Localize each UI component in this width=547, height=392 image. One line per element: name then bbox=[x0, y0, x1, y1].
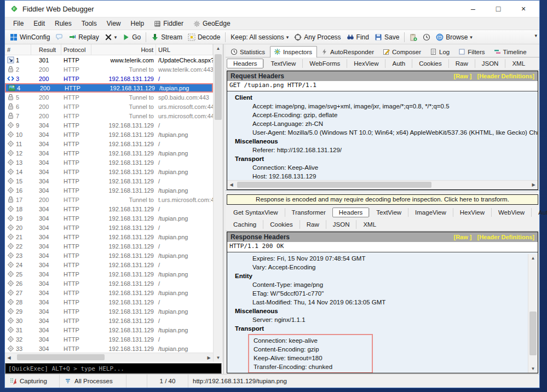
response-tab-caching[interactable]: Caching bbox=[227, 220, 263, 229]
response-tab-auth[interactable]: Auth bbox=[531, 208, 547, 217]
capturing-indicator[interactable]: Capturing bbox=[5, 374, 60, 388]
close-button[interactable]: × bbox=[511, 2, 536, 16]
menu-item-fiddler[interactable]: Fiddler bbox=[149, 19, 188, 28]
session-row-30[interactable]: 30304HTTP192.168.131.129/ bbox=[5, 316, 213, 325]
raw-link[interactable]: [Raw ] bbox=[453, 234, 471, 240]
any-process-button[interactable]: Any Process bbox=[291, 32, 343, 42]
tab-timeline[interactable]: Timeline bbox=[490, 46, 532, 57]
scroll-down-icon[interactable]: ▼ bbox=[214, 354, 223, 362]
menu-item-rules[interactable]: Rules bbox=[50, 19, 77, 28]
replay-button[interactable]: Replay bbox=[66, 32, 101, 42]
tab-composer[interactable]: Composer bbox=[379, 46, 426, 57]
scroll-right-icon[interactable]: ▶ bbox=[529, 182, 538, 187]
decode-notice-banner[interactable]: Response is encoded and may require deco… bbox=[227, 194, 538, 205]
scrollbar-thumb[interactable] bbox=[17, 354, 105, 360]
save-button[interactable]: Save bbox=[372, 32, 402, 42]
session-row-27[interactable]: 27304HTTP192.168.131.129/tupian.png bbox=[5, 288, 213, 297]
tab-filters[interactable]: Filters bbox=[454, 46, 490, 57]
remove-sessions-button[interactable]: ▾ bbox=[102, 32, 120, 42]
tab-autoresponder[interactable]: AutoResponder bbox=[317, 46, 379, 57]
session-row-10[interactable]: 10304HTTP192.168.131.129/tupian.png bbox=[5, 130, 213, 139]
session-row-9[interactable]: 9304HTTP192.168.131.129/ bbox=[5, 120, 213, 130]
tab-statistics[interactable]: Statistics bbox=[227, 46, 270, 57]
session-row-20[interactable]: 20304HTTP192.168.131.129/ bbox=[5, 223, 213, 232]
header-definitions-link[interactable]: [Header Definitions] bbox=[477, 73, 534, 79]
response-tab-transformer[interactable]: Transformer bbox=[285, 208, 332, 217]
stream-button[interactable]: Stream bbox=[148, 32, 185, 42]
menu-item-edit[interactable]: Edit bbox=[28, 19, 50, 28]
session-row-5[interactable]: 5200HTTPTunnel tosp0.baidu.com:443 bbox=[5, 93, 213, 102]
maximize-button[interactable]: □ bbox=[486, 2, 511, 16]
session-row-14[interactable]: 14304HTTP192.168.131.129/tupian.png bbox=[5, 167, 213, 176]
browse-button[interactable]: Browse▾ bbox=[433, 32, 475, 42]
request-tab-headers[interactable]: Headers bbox=[227, 59, 263, 68]
tab-inspectors[interactable]: Inspectors bbox=[270, 46, 317, 57]
response-tab-hexview[interactable]: HexView bbox=[453, 208, 491, 217]
session-row-3[interactable]: 3200HTTP192.168.131.129/ bbox=[5, 74, 213, 83]
session-row-23[interactable]: 23304HTTP192.168.131.129/tupian.png bbox=[5, 251, 213, 260]
scroll-up-icon[interactable]: ▲ bbox=[528, 254, 538, 262]
scrollbar-thumb[interactable] bbox=[237, 182, 431, 188]
column-header-result[interactable]: Result bbox=[31, 44, 61, 55]
menu-item-tools[interactable]: Tools bbox=[77, 19, 102, 28]
quickexec-box[interactable]: [QuickExec] ALT+Q > type HELP... bbox=[5, 363, 222, 374]
column-header-url[interactable]: URL bbox=[156, 44, 213, 55]
response-tab-json[interactable]: JSON bbox=[326, 220, 356, 229]
screenshot-button[interactable] bbox=[407, 32, 420, 42]
timer-button[interactable] bbox=[420, 32, 433, 42]
scroll-right-icon[interactable]: ▶ bbox=[205, 355, 213, 360]
raw-link[interactable]: [Raw ] bbox=[453, 73, 471, 79]
response-vertical-scrollbar[interactable]: ▲ ▼ bbox=[528, 254, 538, 373]
scrollbar-thumb[interactable] bbox=[529, 312, 537, 355]
keep-sessions-dropdown[interactable]: Keep: All sessions▾ bbox=[228, 32, 291, 42]
scroll-up-icon[interactable]: ▲ bbox=[214, 44, 223, 53]
session-row-29[interactable]: 29304HTTP192.168.131.129/tupian.png bbox=[5, 307, 213, 316]
find-button[interactable]: Find bbox=[344, 32, 372, 42]
response-tab-get-syntaxview[interactable]: Get SyntaxView bbox=[227, 208, 285, 217]
menu-item-geoedge[interactable]: GeoEdge bbox=[188, 19, 235, 28]
go-button[interactable]: Go bbox=[119, 32, 143, 42]
menu-item-file[interactable]: File bbox=[8, 19, 28, 28]
session-row-17[interactable]: 17200HTTPTunnel tot.urs.microsoft.com:4 bbox=[5, 195, 213, 204]
session-horizontal-scrollbar[interactable]: ◀ ▶ bbox=[5, 353, 213, 362]
request-horizontal-scrollbar[interactable]: ◀ ▶ bbox=[227, 180, 538, 189]
toolbar-overflow-button[interactable]: ▾ bbox=[533, 32, 538, 39]
column-header-num[interactable]: # bbox=[5, 44, 31, 55]
session-row-2[interactable]: 2200HTTPTunnel towww.telerik.com:443 bbox=[5, 65, 213, 74]
response-tab-cookies[interactable]: Cookies bbox=[263, 220, 300, 229]
session-row-7[interactable]: 7200HTTPTunnel tours.microsoft.com:443 bbox=[5, 111, 213, 120]
request-response-splitter[interactable] bbox=[226, 190, 539, 193]
request-tab-webforms[interactable]: WebForms bbox=[302, 59, 347, 68]
session-row-12[interactable]: 12304HTTP192.168.131.129/tupian.png bbox=[5, 148, 213, 158]
menu-item-help[interactable]: Help bbox=[126, 19, 149, 28]
request-tab-json[interactable]: JSON bbox=[475, 59, 505, 68]
session-row-28[interactable]: 28304HTTP192.168.131.129/ bbox=[5, 297, 213, 307]
minimize-button[interactable]: – bbox=[460, 2, 486, 16]
scroll-left-icon[interactable]: ◀ bbox=[227, 182, 235, 187]
session-row-19[interactable]: 19304HTTP192.168.131.129/tupian.png bbox=[5, 214, 213, 223]
session-row-31[interactable]: 31304HTTP192.168.131.129/tupian.png bbox=[5, 325, 213, 335]
column-header-host[interactable]: Host bbox=[91, 44, 156, 55]
response-tab-imageview[interactable]: ImageView bbox=[408, 208, 453, 217]
response-tab-webview[interactable]: WebView bbox=[491, 208, 531, 217]
session-vertical-scrollbar[interactable]: ▲ ▼ bbox=[213, 44, 223, 362]
scrollbar-thumb[interactable] bbox=[215, 54, 222, 120]
tab-log[interactable]: Log bbox=[426, 46, 454, 57]
session-row-16[interactable]: 16304HTTP192.168.131.129/tupian.png bbox=[5, 186, 213, 195]
decode-button[interactable]: Decode bbox=[185, 32, 223, 42]
session-row-26[interactable]: 26304HTTP192.168.131.129/ bbox=[5, 279, 213, 288]
request-tab-textview[interactable]: TextView bbox=[263, 59, 302, 68]
response-tab-xml[interactable]: XML bbox=[356, 220, 383, 229]
session-row-32[interactable]: 32304HTTP192.168.131.129/ bbox=[5, 335, 213, 344]
request-tab-hexview[interactable]: HexView bbox=[347, 59, 385, 68]
session-row-1[interactable]: 1301HTTPwww.telerik.com/UpdateCheck.aspx… bbox=[5, 55, 213, 65]
comment-button[interactable] bbox=[53, 32, 66, 42]
session-row-18[interactable]: 18304HTTP192.168.131.129/ bbox=[5, 204, 213, 214]
session-row-25[interactable]: 25304HTTP192.168.131.129/tupian.png bbox=[5, 269, 213, 279]
session-row-22[interactable]: 22304HTTP192.168.131.129/ bbox=[5, 241, 213, 251]
scroll-left-icon[interactable]: ◀ bbox=[5, 355, 13, 360]
request-tab-auth[interactable]: Auth bbox=[385, 59, 412, 68]
request-tab-xml[interactable]: XML bbox=[505, 59, 532, 68]
session-row-4[interactable]: 4200HTTP192.168.131.129/tupian.png bbox=[5, 83, 213, 93]
session-row-15[interactable]: 15304HTTP192.168.131.129/ bbox=[5, 176, 213, 186]
